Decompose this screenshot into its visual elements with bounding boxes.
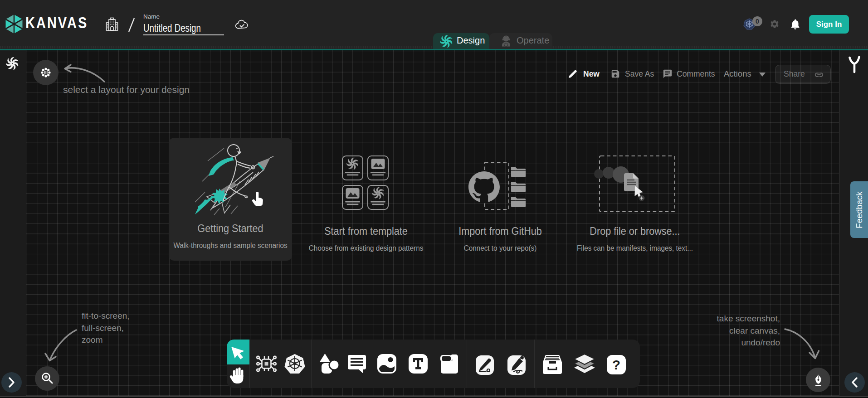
svg-text:?: ? bbox=[612, 357, 620, 372]
